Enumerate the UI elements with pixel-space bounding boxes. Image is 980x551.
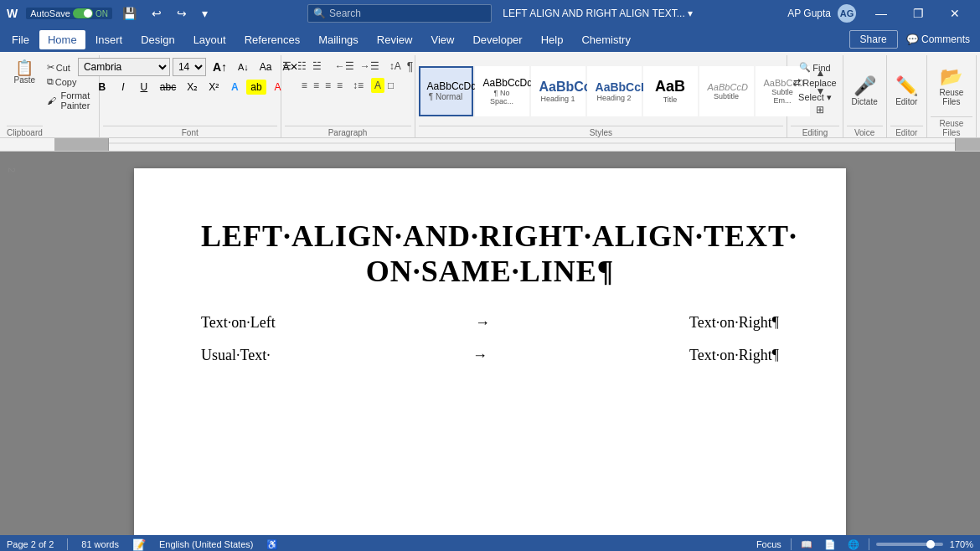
paste-button[interactable]: 📋 Paste (9, 58, 39, 111)
proofing-icon: 📝 (132, 538, 146, 551)
bullets-button[interactable]: ☰ (280, 58, 294, 75)
style-normal[interactable]: AaBbCcDd ¶ Normal (419, 66, 473, 116)
grow-font-button[interactable]: A↑ (209, 59, 231, 75)
replace-button[interactable]: ⇄ Replace (791, 76, 838, 89)
style-subtitle-text: AaBbCcD (708, 82, 745, 92)
ruler (0, 138, 980, 152)
focus-button[interactable]: Focus (754, 538, 784, 550)
title-bar: W AutoSave ON 💾 ↩ ↪ ▾ 🔍 Search LEFT ALIG… (0, 0, 980, 27)
search-icon: 🔍 (313, 8, 326, 19)
paste-icon: 📋 (15, 60, 34, 75)
menu-view[interactable]: View (422, 30, 462, 49)
style-h2[interactable]: AaBbCcD Heading 2 (587, 66, 642, 116)
menu-references[interactable]: References (236, 30, 308, 49)
menu-insert[interactable]: Insert (87, 30, 132, 49)
document-area[interactable]: 2 LEFT·ALIGN·AND·RIGHT·ALIGN·TEXT· ON·SA… (0, 152, 980, 535)
undo-button[interactable]: ↩ (147, 5, 167, 22)
clipboard-label: Clipboard (7, 126, 43, 137)
para-row-1: ☰ ☷ ☱ ←☰ →☰ ↕A ¶ (280, 58, 416, 75)
print-layout-button[interactable]: 📄 (822, 538, 838, 551)
style-subtitle[interactable]: AaBbCcD Subtitle (699, 66, 754, 116)
line-spacing-button[interactable]: ↕≡ (350, 78, 366, 93)
shading-button[interactable]: A (371, 78, 384, 93)
menu-help[interactable]: Help (533, 30, 572, 49)
ruler-content (54, 138, 980, 152)
share-button[interactable]: Share (849, 30, 898, 49)
page[interactable]: LEFT·ALIGN·AND·RIGHT·ALIGN·TEXT· ON·SAME… (134, 168, 846, 535)
style-h1[interactable]: AaBbCc Heading 1 (531, 66, 585, 116)
style-nospace-text: AaBbCcDd (483, 77, 521, 89)
increase-indent-button[interactable]: →☰ (358, 58, 382, 75)
font-size-select[interactable]: 14 (173, 58, 206, 76)
menu-file[interactable]: File (3, 30, 38, 49)
comments-button[interactable]: 💬 Comments (900, 31, 977, 48)
doc-line-1-left: Text·on·Left (201, 314, 276, 332)
dropdown-icon[interactable]: ▾ (688, 8, 693, 19)
numbering-button[interactable]: ☷ (295, 58, 309, 75)
shrink-font-button[interactable]: A↓ (234, 60, 253, 74)
save-button[interactable]: 💾 (117, 5, 142, 22)
doc-line-2-right: Text·on·Right¶ (689, 347, 779, 364)
align-left-button[interactable]: ≡ (299, 78, 310, 93)
format-painter-button[interactable]: 🖌 Format Painter (44, 90, 95, 111)
redo-button[interactable]: ↪ (172, 5, 192, 22)
menu-review[interactable]: Review (369, 30, 421, 49)
multilevel-button[interactable]: ☱ (310, 58, 324, 75)
maximize-button[interactable]: ❐ (900, 0, 936, 27)
web-layout-button[interactable]: 🌐 (845, 538, 862, 551)
style-h1-text: AaBbCc (539, 80, 577, 95)
microphone-icon: 🎤 (854, 75, 876, 97)
page-info: Page 2 of 2 (7, 539, 54, 549)
ribbon: 📋 Paste Clipboard ✂ Cut ⧉ Copy 🖌 Format … (0, 52, 980, 138)
highlight-button[interactable]: ab (246, 80, 266, 95)
change-case-button[interactable]: Aa (255, 59, 276, 75)
customize-qat-button[interactable]: ▾ (197, 5, 213, 22)
select-button[interactable]: Select ▾ (796, 91, 834, 104)
italic-button[interactable]: I (114, 80, 132, 95)
style-title-label: Title (652, 95, 689, 104)
style-nospace[interactable]: AaBbCcDd ¶ No Spac... (475, 66, 529, 116)
font-format-row: B I U abc X₂ X² A ab A (93, 80, 287, 95)
menu-layout[interactable]: Layout (185, 30, 235, 49)
find-icon: 🔍 (799, 62, 811, 73)
close-button[interactable]: ✕ (936, 0, 973, 27)
decrease-indent-button[interactable]: ←☰ (333, 58, 357, 75)
superscript-button[interactable]: X² (204, 80, 223, 95)
menu-design[interactable]: Design (132, 30, 183, 49)
sort-button[interactable]: ↕A (387, 58, 404, 75)
copy-button[interactable]: ⧉ Copy (44, 75, 95, 88)
font-group: Cambria 14 A↑ A↓ Aa A✕ B I U abc X₂ X (100, 55, 281, 137)
style-title[interactable]: AaB Title (643, 66, 698, 116)
minimize-button[interactable]: — (863, 0, 900, 27)
underline-button[interactable]: U (135, 80, 153, 95)
style-normal-label: ¶ Normal (427, 92, 465, 101)
comment-icon: 💬 (906, 33, 919, 45)
editor-button[interactable]: ✏️ Editor (890, 73, 923, 109)
font-name-select[interactable]: Cambria (78, 58, 170, 76)
title-bar-left: W AutoSave ON 💾 ↩ ↪ ▾ (7, 5, 213, 22)
menu-chemistry[interactable]: Chemistry (573, 30, 639, 49)
zoom-slider[interactable] (876, 543, 943, 546)
menu-developer[interactable]: Developer (464, 30, 530, 49)
style-h2-label: Heading 2 (596, 94, 633, 102)
bold-button[interactable]: B (93, 80, 111, 95)
strikethrough-button[interactable]: abc (156, 80, 180, 95)
center-button[interactable]: ≡ (311, 78, 322, 93)
voice-group: 🎤 Dictate Voice (843, 55, 887, 137)
dictate-button[interactable]: 🎤 Dictate (847, 73, 883, 109)
text-effects-button[interactable]: A (225, 80, 244, 95)
show-marks-button[interactable]: ¶ (405, 58, 416, 75)
menu-mailings[interactable]: Mailings (310, 30, 367, 49)
title-search-box[interactable]: 🔍 Search (307, 4, 492, 23)
borders-button[interactable]: □ (385, 78, 396, 93)
align-right-button[interactable]: ≡ (322, 78, 333, 93)
autosave-toggle[interactable] (73, 8, 93, 18)
find-button[interactable]: 🔍 Find (797, 61, 833, 74)
menu-home[interactable]: Home (39, 30, 85, 49)
subscript-button[interactable]: X₂ (183, 80, 202, 95)
read-mode-button[interactable]: 📖 (798, 538, 815, 551)
reuse-files-button[interactable]: 📂 Reuse Files (931, 64, 972, 109)
justify-button[interactable]: ≡ (334, 78, 345, 93)
language: English (United States) (159, 539, 254, 549)
user-avatar[interactable]: AG (838, 4, 856, 23)
